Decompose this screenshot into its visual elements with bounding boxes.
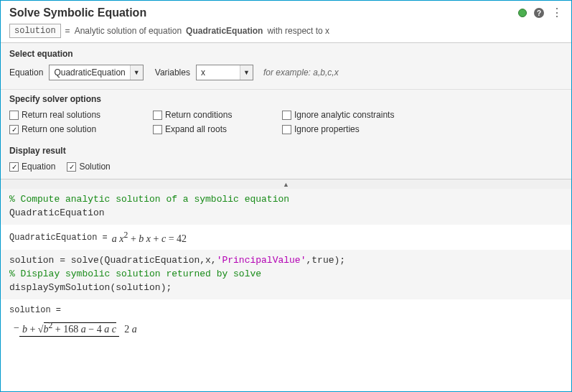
help-icon[interactable]: ? [534, 8, 544, 18]
collapse-bar[interactable]: ▲ [1, 179, 571, 189]
display-result-label: Display result [9, 146, 563, 156]
checkbox-return-real[interactable]: Return real solutions [9, 110, 153, 120]
equation-label: Equation [9, 67, 43, 78]
checkbox-display-solution[interactable]: ✓ Solution [67, 162, 110, 172]
code-line-solve-b: ,true); [306, 255, 345, 266]
solver-options-label: Specify solver options [9, 94, 563, 104]
variables-combobox[interactable]: x ▼ [196, 65, 253, 80]
chevron-down-icon: ▼ [130, 65, 143, 80]
equation-expression: a x2 + b x + c = 42 [112, 230, 187, 245]
status-icon [518, 9, 527, 17]
checkbox-box [282, 125, 291, 134]
checkbox-label: Ignore properties [294, 124, 360, 134]
select-equation-section: Select equation Equation QuadraticEquati… [1, 43, 571, 90]
subtitle-row: solution = Analytic solution of equation… [9, 24, 563, 38]
equation-select[interactable]: QuadraticEquation ▼ [49, 65, 143, 80]
output-lhs: QuadraticEquation = [9, 233, 108, 243]
equation-row: Equation QuadraticEquation ▼ Variables x… [9, 65, 563, 80]
display-result-section: Display result ✓ Equation ✓ Solution [1, 141, 571, 179]
display-checkbox-row: ✓ Equation ✓ Solution [9, 162, 563, 172]
checkbox-label: Equation [22, 162, 55, 172]
equals-sign: = [65, 26, 70, 36]
solver-options-section: Specify solver options Return real solut… [1, 90, 571, 141]
solution-expression: − b + √b2 + 168 a − 4 a c 2 a [9, 318, 563, 338]
code-line: displaySymSolution(solution); [9, 282, 172, 293]
code-line: QuadraticEquation [9, 207, 105, 218]
checkbox-return-one[interactable]: ✓ Return one solution [9, 124, 153, 134]
code-comment: % Compute analytic solution of a symboli… [9, 194, 289, 205]
checkbox-box [9, 111, 19, 120]
fraction-denominator: 2 a [121, 322, 140, 335]
solution-lhs: solution = [9, 305, 563, 315]
code-block-1: % Compute analytic solution of a symboli… [1, 189, 571, 225]
equation-output: QuadraticEquation = a x2 + b x + c = 42 [1, 225, 571, 251]
fraction: b + √b2 + 168 a − 4 a c 2 a [19, 321, 140, 335]
checkbox-box [153, 125, 162, 134]
more-icon[interactable]: ⋮ [551, 7, 563, 19]
variables-label: Variables [155, 67, 190, 78]
variables-value: x [197, 67, 240, 78]
task-title: Solve Symbolic Equation [9, 6, 146, 19]
checkbox-expand-roots[interactable]: Expand all roots [153, 124, 282, 134]
equation-select-value: QuadraticEquation [50, 67, 129, 78]
checkbox-label: Return real solutions [22, 110, 100, 120]
minus-sign: − [14, 322, 19, 334]
code-string: 'PrincipalValue' [217, 255, 306, 266]
checkbox-box [153, 111, 162, 120]
task-header: Solve Symbolic Equation ? ⋮ solution = A… [1, 1, 571, 43]
checkbox-label: Solution [79, 162, 110, 172]
subtitle-post: with respect to x [267, 26, 329, 36]
checkbox-label: Ignore analytic constraints [294, 110, 394, 120]
solution-output: solution = − b + √b2 + 168 a − 4 a c 2 a [1, 299, 571, 341]
checkbox-label: Return conditions [165, 110, 232, 120]
checkbox-ignore-properties[interactable]: Ignore properties [282, 124, 440, 134]
triangle-up-icon: ▲ [283, 181, 289, 188]
solver-checkbox-grid: Return real solutions Return conditions … [9, 110, 563, 134]
code-comment: % Display symbolic solution returned by … [9, 269, 261, 279]
checkbox-label: Return one solution [22, 124, 96, 134]
subtitle-eqname: QuadraticEquation [186, 26, 263, 36]
checkbox-box: ✓ [9, 125, 19, 134]
checkbox-return-conditions[interactable]: Return conditions [153, 110, 282, 120]
checkbox-box: ✓ [9, 162, 19, 172]
checkbox-label: Expand all roots [165, 124, 227, 134]
select-equation-label: Select equation [9, 49, 563, 59]
checkbox-box [282, 111, 291, 120]
code-block-2: solution = solve(QuadraticEquation,x,'Pr… [1, 250, 571, 299]
checkbox-ignore-analytic[interactable]: Ignore analytic constraints [282, 110, 440, 120]
output-variable-box[interactable]: solution [9, 24, 61, 38]
title-row: Solve Symbolic Equation ? ⋮ [9, 6, 563, 19]
subtitle-pre: Analytic solution of equation [75, 26, 182, 36]
checkbox-display-equation[interactable]: ✓ Equation [9, 162, 55, 172]
header-icons: ? ⋮ [518, 7, 563, 19]
checkbox-box: ✓ [67, 162, 76, 172]
fraction-numerator: b + √b2 + 168 a − 4 a c [19, 324, 119, 337]
variables-hint: for example: a,b,c,x [263, 67, 339, 78]
code-line-solve-a: solution = solve(QuadraticEquation,x, [9, 255, 217, 266]
chevron-down-icon: ▼ [240, 65, 253, 80]
